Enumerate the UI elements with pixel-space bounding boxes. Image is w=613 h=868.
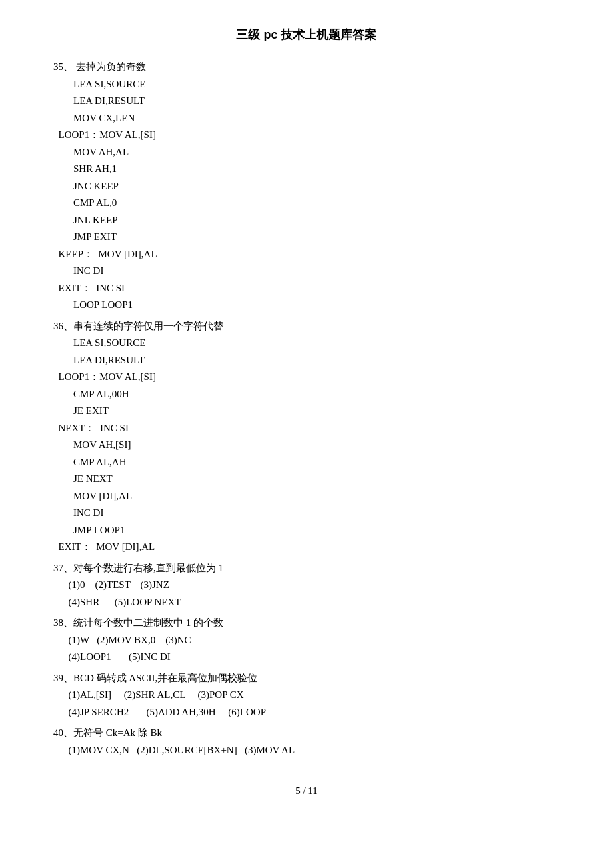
content-area: 35、 去掉为负的奇数 LEA SI,SOURCE LEA DI,RESULT … bbox=[53, 59, 560, 759]
section-q38: 38、统计每个数中二进制数中 1 的个数 (1)W (2)MOV BX,0 (3… bbox=[53, 615, 560, 666]
code-line: JE NEXT bbox=[53, 471, 560, 488]
page-footer: 5 / 11 bbox=[53, 785, 560, 797]
code-line: KEEP： MOV [DI],AL bbox=[53, 246, 560, 263]
code-line: JNC KEEP bbox=[53, 178, 560, 195]
code-line: LEA SI,SOURCE bbox=[53, 76, 560, 93]
code-line: LOOP1：MOV AL,[SI] bbox=[53, 127, 560, 144]
code-line: 40、无符号 Ck=Ak 除 Bk bbox=[53, 725, 560, 742]
code-line: (1)W (2)MOV BX,0 (3)NC bbox=[53, 632, 560, 649]
code-line: INC DI bbox=[53, 505, 560, 522]
code-line: EXIT： INC SI bbox=[53, 280, 560, 297]
code-line: CMP AL,0 bbox=[53, 195, 560, 212]
section-q35: 35、 去掉为负的奇数 LEA SI,SOURCE LEA DI,RESULT … bbox=[53, 59, 560, 314]
code-line: CMP AL,00H bbox=[53, 386, 560, 403]
code-line: LEA SI,SOURCE bbox=[53, 335, 560, 352]
code-line: JE EXIT bbox=[53, 403, 560, 420]
code-line: LOOP1：MOV AL,[SI] bbox=[53, 369, 560, 386]
code-line: (4)LOOP1 (5)INC DI bbox=[53, 649, 560, 666]
section-q37: 37、对每个数进行右移,直到最低位为 1 (1)0 (2)TEST (3)JNZ… bbox=[53, 560, 560, 611]
code-line: 36、串有连续的字符仅用一个字符代替 bbox=[53, 318, 560, 335]
code-line: JNL KEEP bbox=[53, 212, 560, 229]
code-line: LOOP LOOP1 bbox=[53, 297, 560, 314]
code-line: (4)SHR (5)LOOP NEXT bbox=[53, 594, 560, 611]
code-line: 38、统计每个数中二进制数中 1 的个数 bbox=[53, 615, 560, 632]
code-line: JMP LOOP1 bbox=[53, 522, 560, 539]
code-line: 39、BCD 码转成 ASCII,并在最高位加偶校验位 bbox=[53, 670, 560, 687]
section-q40: 40、无符号 Ck=Ak 除 Bk (1)MOV CX,N (2)DL,SOUR… bbox=[53, 725, 560, 759]
code-line: (1)MOV CX,N (2)DL,SOURCE[BX+N] (3)MOV AL bbox=[53, 742, 560, 759]
code-line: MOV CX,LEN bbox=[53, 110, 560, 127]
code-line: CMP AL,AH bbox=[53, 454, 560, 471]
code-line: LEA DI,RESULT bbox=[53, 352, 560, 369]
code-line: MOV AH,AL bbox=[53, 144, 560, 161]
code-line: MOV AH,[SI] bbox=[53, 437, 560, 454]
section-q39: 39、BCD 码转成 ASCII,并在最高位加偶校验位 (1)AL,[SI] (… bbox=[53, 670, 560, 721]
code-line: EXIT： MOV [DI],AL bbox=[53, 539, 560, 556]
code-line: 35、 去掉为负的奇数 bbox=[53, 59, 560, 76]
code-line: MOV [DI],AL bbox=[53, 488, 560, 505]
page-title: 三级 pc 技术上机题库答案 bbox=[53, 27, 560, 43]
code-line: INC DI bbox=[53, 263, 560, 280]
code-line: JMP EXIT bbox=[53, 229, 560, 246]
code-line: NEXT： INC SI bbox=[53, 420, 560, 437]
code-line: SHR AH,1 bbox=[53, 161, 560, 178]
code-line: (4)JP SERCH2 (5)ADD AH,30H (6)LOOP bbox=[53, 704, 560, 721]
code-line: 37、对每个数进行右移,直到最低位为 1 bbox=[53, 560, 560, 577]
section-q36: 36、串有连续的字符仅用一个字符代替 LEA SI,SOURCE LEA DI,… bbox=[53, 318, 560, 556]
code-line: (1)0 (2)TEST (3)JNZ bbox=[53, 577, 560, 594]
code-line: LEA DI,RESULT bbox=[53, 93, 560, 110]
code-line: (1)AL,[SI] (2)SHR AL,CL (3)POP CX bbox=[53, 687, 560, 704]
